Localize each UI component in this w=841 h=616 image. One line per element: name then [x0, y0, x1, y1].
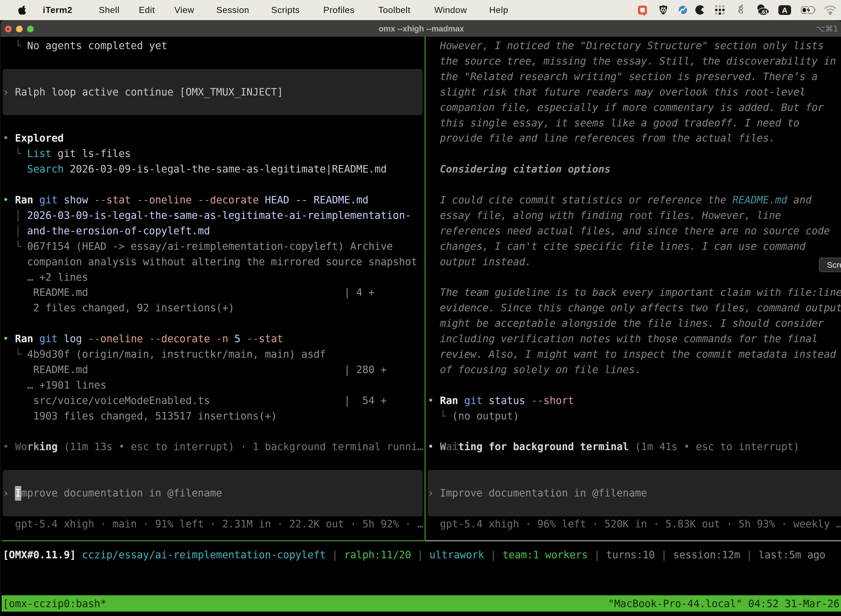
terminal-row: review. Also, I might want to inspect th…	[428, 347, 836, 362]
text-segment: HEAD	[265, 194, 289, 206]
terminal-row: the "Related research writing" section i…	[428, 69, 818, 84]
menu-item-scripts[interactable]: Scripts	[271, 0, 300, 20]
text-segment	[192, 194, 198, 206]
text-segment: and-the-erosion-of-copyleft.md	[27, 225, 210, 237]
text-segment	[131, 194, 137, 206]
text-segment: README.md	[314, 194, 369, 206]
terminal-row: Considering citation options	[428, 161, 611, 177]
text-segment: •	[428, 395, 440, 406]
window-shortcut-badge: ⌥⌘1	[816, 21, 838, 37]
menu-item-profiles[interactable]: Profiles	[323, 0, 355, 20]
text-segment: gpt-5.4 xhigh · main · 91% left · 2.31M …	[3, 518, 423, 530]
terminal-row: │ 2026-03-09-is-legal-the-same-as-legiti…	[3, 208, 411, 223]
apple-logo-icon[interactable]	[18, 5, 26, 15]
menu-item-edit[interactable]: Edit	[139, 0, 155, 20]
pacman-circle-icon[interactable]	[695, 0, 705, 20]
text-segment: •	[3, 132, 15, 144]
terminal-content[interactable]: └ No agents completed yet› Ralph loop ac…	[0, 37, 841, 616]
text-segment: --	[198, 194, 210, 206]
terminal-row: │ and-the-erosion-of-copyleft.md	[3, 223, 210, 239]
text-segment: … +2 lines	[3, 271, 88, 283]
keyboard-a-icon[interactable]: A	[778, 0, 791, 20]
terminal-row: I could cite commit statistics or refere…	[428, 192, 812, 208]
cloud-badge-label: ..61	[759, 9, 768, 15]
terminal-row: └ 4b9d30f (origin/main, instructkr/main,…	[3, 347, 326, 362]
menu-item-session[interactable]: Session	[216, 0, 249, 20]
tmux-status-bar: [omx-cczip0:bash* "MacBook-Pro-44.local"…	[1, 595, 841, 612]
wifi-icon[interactable]	[824, 0, 837, 20]
text-segment	[58, 333, 64, 345]
terminal-row: › Ralph loop active continue [OMX_TMUX_I…	[3, 84, 283, 100]
text-segment: slight risk that future readers may over…	[428, 86, 806, 98]
terminal-row: gpt-5.4 xhigh · main · 91% left · 2.31M …	[3, 516, 423, 532]
text-segment: companion analysis without altering the …	[3, 256, 417, 268]
text-segment: stat	[107, 194, 131, 206]
text-segment: (no output)	[452, 410, 519, 422]
text-segment: |	[588, 549, 606, 561]
text-segment: Explored	[15, 132, 64, 144]
text-segment: •	[428, 441, 440, 453]
menu-item-toolbelt[interactable]: Toolbelt	[378, 0, 410, 20]
text-segment: |	[484, 549, 503, 561]
chart-circle-icon[interactable]	[678, 0, 687, 20]
cloud-badge-icon[interactable]: ..61	[756, 0, 770, 20]
terminal-row: evidence. Since this change only affects…	[428, 300, 841, 316]
text-segment: Considering citation options	[428, 163, 611, 175]
menu-item-iterm2[interactable]: iTerm2	[43, 0, 72, 20]
text-segment: However, I noticed the "Directory Struct…	[428, 40, 824, 51]
tmux-pane-right[interactable]: However, I noticed the "Directory Struct…	[425, 37, 841, 541]
text-segment: Ran	[15, 333, 33, 345]
text-segment: this single essay, it seems like a good …	[428, 117, 799, 129]
text-segment	[143, 333, 149, 345]
text-segment: |	[740, 549, 759, 561]
shield-grid-icon[interactable]	[659, 0, 668, 20]
window-title-bar[interactable]: omx --xhigh --madmax ⌥⌘1	[0, 20, 841, 37]
terminal-row: [OMX#0.11.9] cczip/essay/ai-reimplementa…	[3, 547, 826, 563]
tmux-host-clock: "MacBook-Pro-44.local" 04:52 31-Mar-26	[608, 596, 840, 612]
text-segment: session:12m	[673, 549, 740, 561]
text-segment	[88, 194, 94, 206]
terminal-row: • Waiting for background terminal (1m 41…	[428, 439, 799, 455]
text-segment: review. Also, I might want to inspect th…	[428, 348, 836, 360]
dragon-icon[interactable]	[736, 0, 745, 20]
dots-grid-icon[interactable]	[715, 0, 725, 20]
menu-item-view[interactable]: View	[174, 0, 194, 20]
text-segment: 2026-03-09-is-legal-the-same-as-legitima…	[27, 210, 411, 221]
text-segment: decorate	[161, 333, 210, 345]
text-segment: output instead.	[428, 256, 532, 268]
text-segment: mprove documentation in @filename	[21, 487, 222, 499]
text-segment: of focusing solely on file lines.	[428, 364, 641, 375]
text-segment: and	[787, 194, 812, 206]
terminal-row: • Explored	[3, 131, 64, 146]
text-segment: I	[15, 487, 21, 499]
terminal-row: … +2 lines	[3, 270, 88, 285]
text-segment: ralph:11/20	[344, 549, 411, 561]
tmux-pane-left[interactable]: └ No agents completed yet› Ralph loop ac…	[0, 37, 424, 541]
text-segment: Improve documentation in @filename	[440, 487, 647, 499]
terminal-row: However, I noticed the "Directory Struct…	[428, 38, 824, 54]
terminal-row: 1903 files changed, 513517 insertions(+)	[3, 408, 277, 424]
terminal-row: › Improve documentation in @filename	[3, 485, 222, 501]
terminal-row: src/voice/voiceModeEnabled.ts | 54 +	[3, 393, 387, 408]
text-segment	[3, 163, 27, 175]
text-segment	[525, 395, 531, 406]
text-segment: 067f154 (HEAD -> essay/ai-reimplementati…	[27, 241, 393, 252]
text-segment: references need actual files, and since …	[428, 225, 830, 237]
screen-share-overlay-button[interactable]: Scre	[819, 258, 841, 272]
menu-item-window[interactable]: Window	[434, 0, 467, 20]
text-segment: git	[464, 395, 483, 406]
terminal-row: companion file, especially if more comme…	[428, 100, 824, 115]
text-segment: ting for background terminal	[458, 441, 629, 453]
text-segment: (1m 41s • esc to interrupt)	[629, 441, 799, 453]
terminal-row: output instead.	[428, 254, 532, 270]
tmux-pane-divider[interactable]	[425, 37, 425, 541]
text-segment: ›	[3, 487, 15, 499]
text-segment	[259, 194, 265, 206]
terminal-row: might be acceptable alongside the file l…	[428, 316, 824, 331]
text-segment: git	[40, 194, 58, 206]
menu-item-shell[interactable]: Shell	[99, 0, 119, 20]
chat-app-icon[interactable]	[638, 0, 648, 20]
menu-item-help[interactable]: Help	[489, 0, 508, 20]
battery-charging-icon[interactable]	[801, 0, 817, 20]
text-segment: 1903 files changed, 513517 insertions(+)	[3, 410, 277, 422]
